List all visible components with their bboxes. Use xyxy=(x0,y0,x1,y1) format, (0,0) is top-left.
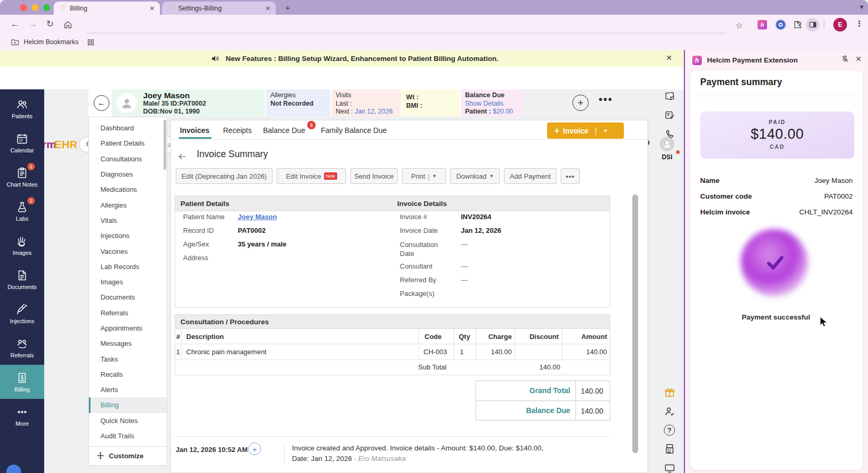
tab-invoices[interactable]: Invoices xyxy=(180,126,209,135)
forward-icon[interactable]: → xyxy=(28,19,37,29)
sidebar-item-referrals[interactable]: Referrals xyxy=(0,331,44,365)
more-actions-button[interactable]: ••• xyxy=(561,168,580,184)
new-invoice-button[interactable]: + Invoice | ▼ xyxy=(547,122,624,139)
back-icon[interactable]: ← xyxy=(11,19,19,29)
invoice-details-header: Invoice Details xyxy=(392,196,610,211)
main-scrollbar[interactable] xyxy=(632,194,638,453)
extensions-puzzle-icon[interactable] xyxy=(793,20,802,29)
patient-more-icon[interactable]: ••• xyxy=(599,94,613,106)
home-icon[interactable] xyxy=(63,20,73,29)
history-add-icon[interactable]: + xyxy=(248,443,261,455)
password-manager-extension-icon[interactable] xyxy=(775,19,786,30)
show-details-link[interactable]: Show Details xyxy=(465,100,503,107)
balance-due-chip[interactable]: Balance Due Show Details Patient : $20.0… xyxy=(461,89,524,117)
visits-chip[interactable]: Visits Last : Next : Jan 12, 2026 xyxy=(331,89,401,117)
send-invoice-button[interactable]: Send Invoice xyxy=(350,168,398,184)
bookmarks-folder-label[interactable]: Helcim Bookmarks xyxy=(24,38,78,46)
close-tab-icon[interactable]: ✕ xyxy=(265,5,270,12)
submenu-item-diagnoses[interactable]: Diagnoses xyxy=(89,167,167,182)
close-window-button[interactable] xyxy=(20,4,27,11)
rail-dsi-label[interactable]: DSI xyxy=(662,153,672,161)
customize-button[interactable]: Customize xyxy=(96,451,144,460)
submenu-item-patient-details[interactable]: Patient Details xyxy=(89,136,167,151)
download-button[interactable]: Download▼ xyxy=(450,168,500,184)
print-caret-icon[interactable]: ▼ xyxy=(432,173,437,179)
submenu-item-appointments[interactable]: Appointments xyxy=(89,321,167,336)
quick-add-button[interactable]: + xyxy=(572,95,589,111)
submenu-item-quick-notes[interactable]: Quick Notes xyxy=(89,413,167,428)
rail-consent-form-icon[interactable] xyxy=(664,109,675,121)
sidebar-item-injections[interactable]: Injections xyxy=(0,296,44,331)
submenu-item-tasks[interactable]: Tasks xyxy=(89,351,167,366)
browser-tab-billing[interactable]: ♡ Billing ✕ xyxy=(54,2,160,15)
profile-avatar[interactable]: E xyxy=(833,18,847,32)
submenu-item-audit-trails[interactable]: Audit Trails xyxy=(89,428,167,444)
rail-gift-icon[interactable] xyxy=(664,387,675,398)
sidebar-item-more[interactable]: More xyxy=(0,399,44,433)
submenu-item-alerts[interactable]: Alerts xyxy=(89,382,167,397)
submenu-item-medications[interactable]: Medications xyxy=(89,182,167,197)
tab-search-chevron-icon[interactable]: ▼ xyxy=(857,3,866,11)
tab-family-balance-due[interactable]: Family Balance Due xyxy=(321,126,387,135)
apps-grid-icon[interactable] xyxy=(87,38,95,46)
submenu-item-referrals[interactable]: Referrals xyxy=(89,305,167,321)
invoice-dropdown-caret-icon[interactable]: ▼ xyxy=(603,128,608,133)
submenu-item-vitals[interactable]: Vitals xyxy=(89,213,167,228)
tab-receipts[interactable]: Receipts xyxy=(223,126,251,135)
submenu-item-recalls[interactable]: Recalls xyxy=(89,367,167,382)
sidebar-item-images[interactable]: Images xyxy=(0,228,44,262)
reload-icon[interactable]: ↻ xyxy=(46,18,54,29)
patient-summary-chip[interactable]: Joey Mason Male/ 35 ID:PAT0002 DOB:Nov 0… xyxy=(112,89,265,117)
download-caret-icon[interactable]: ▼ xyxy=(489,173,494,179)
banner-close-icon[interactable]: ✕ xyxy=(666,54,672,62)
submenu-scrollbar[interactable] xyxy=(164,120,166,170)
helcim-extension-icon[interactable]: h xyxy=(758,20,767,29)
close-tab-icon[interactable]: ✕ xyxy=(149,5,155,12)
back-button[interactable]: ← xyxy=(94,95,109,111)
vitals-chip[interactable]: Wt : BMI : xyxy=(402,89,460,117)
submenu-item-messages[interactable]: Messages xyxy=(89,336,167,351)
edit-deprecated-button[interactable]: Edit (Deprecating Jan 2026) xyxy=(176,168,272,184)
submenu-item-dashboard[interactable]: Dashboard xyxy=(89,120,167,136)
patient-name-link[interactable]: Joey Mason xyxy=(238,213,277,221)
submenu-item-billing[interactable]: Billing xyxy=(89,397,167,413)
extension-close-icon[interactable]: ✕ xyxy=(855,55,862,63)
submenu-item-documents[interactable]: Documents xyxy=(89,290,167,305)
sidebar-item-labs[interactable]: 1 Labs xyxy=(0,194,44,228)
new-tab-button[interactable]: + xyxy=(283,3,292,12)
sidebar-item-billing[interactable]: $ Billing xyxy=(0,365,44,399)
submenu-item-consultations[interactable]: Consultations xyxy=(89,151,167,167)
maximize-window-button[interactable] xyxy=(43,4,50,11)
allergies-chip[interactable]: Allergies Not Recorded xyxy=(266,89,330,117)
bookmark-star-icon[interactable]: ☆ xyxy=(735,20,743,30)
patient-balance-amount[interactable]: $20.00 xyxy=(493,108,513,115)
minimize-window-button[interactable] xyxy=(32,4,38,11)
sidebar-item-chart-notes[interactable]: 1 Chart Notes xyxy=(0,160,44,194)
browser-tab-settings-billing[interactable]: ♡ Settings-Billing ✕ xyxy=(162,2,276,15)
page-title: Invoice Summary xyxy=(197,149,268,160)
side-panel-icon[interactable] xyxy=(806,18,820,32)
sidebar-item-patients[interactable]: Patients xyxy=(0,91,44,126)
back-to-list-icon[interactable] xyxy=(177,151,187,162)
add-payment-button[interactable]: Add Payment xyxy=(504,168,557,184)
rail-terminal-icon[interactable] xyxy=(664,443,675,455)
edit-invoice-button[interactable]: Edit Invoice New xyxy=(277,168,346,184)
print-button[interactable]: Print|▼ xyxy=(402,168,446,184)
rail-sticky-note-icon[interactable] xyxy=(664,90,675,102)
rail-display-icon[interactable] xyxy=(664,462,675,473)
submenu-item-images[interactable]: Images xyxy=(89,274,167,290)
submenu-item-injections[interactable]: Injections xyxy=(89,228,167,243)
rail-patient-check-icon[interactable] xyxy=(664,406,675,417)
rail-phone-icon[interactable] xyxy=(664,129,675,140)
bookmarks-folder-icon[interactable] xyxy=(11,38,19,47)
sidebar-item-calendar[interactable]: 12 Calendar xyxy=(0,126,44,160)
browser-menu-icon[interactable]: ⋮ xyxy=(855,19,863,28)
unpin-icon[interactable] xyxy=(841,55,850,64)
visits-next-date[interactable]: Jan 12, 2026 xyxy=(355,108,392,115)
sidebar-item-documents[interactable]: Documents xyxy=(0,262,44,296)
tab-balance-due[interactable]: Balance Due xyxy=(263,126,305,135)
rail-help-icon[interactable]: ? xyxy=(664,425,675,436)
submenu-item-allergies[interactable]: Allergies xyxy=(89,197,167,212)
submenu-item-vaccines[interactable]: Vaccines xyxy=(89,243,167,259)
submenu-item-lab-records[interactable]: Lab Records xyxy=(89,259,167,274)
